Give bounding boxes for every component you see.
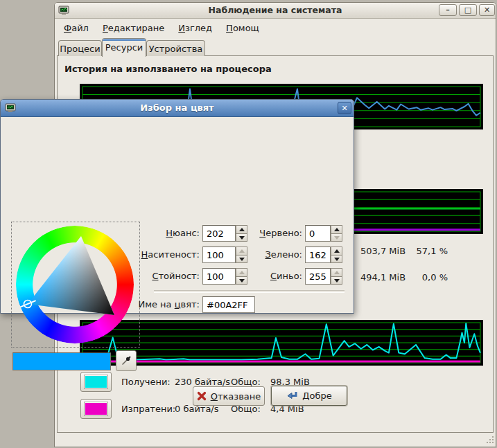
ok-button[interactable]: Добре bbox=[271, 386, 347, 406]
memory-used-value: 503,7 MiB bbox=[360, 246, 406, 256]
maximize-button[interactable]: □ bbox=[459, 4, 477, 16]
saturation-label: Наситеност: bbox=[125, 247, 200, 263]
green-input[interactable] bbox=[305, 247, 331, 263]
tab-resources[interactable]: Ресурси bbox=[102, 38, 146, 57]
menubar: Файл Редактиране Изглед Помощ bbox=[55, 19, 494, 36]
hue-label: Нюанс: bbox=[125, 225, 200, 242]
desktop: Наблюдение на системата – □ ✕ Файл Редак… bbox=[0, 0, 497, 448]
cancel-x-icon bbox=[197, 391, 207, 401]
dialog-close-button[interactable]: ✕ bbox=[338, 102, 351, 114]
statusbar bbox=[55, 433, 495, 447]
green-spin-up[interactable] bbox=[331, 247, 342, 255]
received-total-label: Общо: bbox=[231, 377, 261, 387]
main-titlebar[interactable]: Наблюдение на системата bbox=[55, 3, 496, 19]
sent-color-swatch bbox=[85, 402, 107, 415]
close-button[interactable]: ✕ bbox=[479, 4, 495, 16]
color-name-label: Име на цвят: bbox=[125, 296, 200, 313]
sent-label: Изпратени: bbox=[121, 404, 175, 414]
saturation-spin-down[interactable] bbox=[236, 255, 247, 263]
received-label: Получени: bbox=[121, 377, 171, 387]
menu-view[interactable]: Изглед bbox=[171, 21, 219, 35]
green-label: Зелено: bbox=[253, 247, 302, 263]
eyedropper-icon bbox=[121, 355, 132, 366]
hue-spin-up[interactable] bbox=[236, 225, 247, 233]
resize-grip-icon[interactable] bbox=[485, 435, 495, 445]
red-spin-up[interactable] bbox=[331, 225, 342, 233]
blue-input[interactable] bbox=[305, 268, 331, 285]
dialog-titlebar[interactable]: Избор на цвят bbox=[1, 100, 354, 117]
cancel-label: Отказване bbox=[211, 391, 261, 402]
swap-percent-value: 0,0 % bbox=[416, 272, 448, 283]
dialog-title: Избор на цвят bbox=[1, 102, 354, 113]
value-label: Стойност: bbox=[125, 268, 200, 285]
network-history-chart bbox=[80, 320, 483, 366]
cpu-history-title: История на използването на процесора bbox=[64, 64, 272, 74]
received-rate: 230 байта/s bbox=[175, 377, 230, 387]
cancel-button[interactable]: Отказване bbox=[193, 386, 265, 406]
received-color-button[interactable] bbox=[80, 372, 112, 392]
blue-spin-up[interactable] bbox=[331, 268, 342, 276]
red-input[interactable] bbox=[305, 225, 331, 242]
tab-processes[interactable]: Процеси bbox=[58, 40, 102, 56]
blue-spin-down[interactable] bbox=[331, 276, 342, 285]
dialog-separator bbox=[154, 290, 345, 293]
hue-input[interactable] bbox=[202, 225, 236, 242]
menu-file[interactable]: Файл bbox=[57, 21, 96, 35]
blue-label: Синьо: bbox=[253, 268, 302, 285]
hsv-triangle[interactable] bbox=[16, 226, 134, 343]
hue-spin-down[interactable] bbox=[236, 233, 247, 242]
eyedropper-button[interactable] bbox=[116, 350, 137, 371]
menu-edit[interactable]: Редактиране bbox=[96, 21, 171, 35]
menu-help[interactable]: Помощ bbox=[219, 21, 266, 35]
value-spin-down[interactable] bbox=[236, 276, 247, 285]
minimize-button[interactable]: – bbox=[439, 4, 457, 16]
received-color-swatch bbox=[85, 375, 107, 388]
color-name-input[interactable] bbox=[202, 296, 255, 313]
value-spin-up[interactable] bbox=[236, 268, 247, 276]
sent-color-button[interactable] bbox=[80, 399, 112, 419]
red-spin-down[interactable] bbox=[331, 233, 342, 242]
value-input[interactable] bbox=[202, 268, 236, 285]
ok-enter-arrow-icon bbox=[286, 391, 298, 401]
current-color-swatch bbox=[12, 352, 111, 370]
swap-used-value: 494,1 MiB bbox=[360, 272, 406, 283]
ok-label: Добре bbox=[302, 391, 331, 401]
window-title: Наблюдение на системата bbox=[55, 5, 496, 15]
green-spin-down[interactable] bbox=[331, 255, 342, 263]
saturation-spin-up[interactable] bbox=[236, 247, 247, 255]
saturation-input[interactable] bbox=[202, 247, 236, 263]
red-label: Червено: bbox=[253, 225, 302, 242]
memory-percent-value: 57,1 % bbox=[415, 246, 448, 256]
tab-devices[interactable]: Устройства bbox=[146, 40, 205, 56]
